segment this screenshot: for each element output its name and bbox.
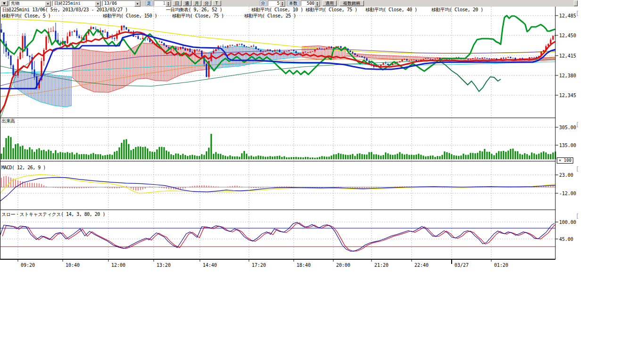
volume-bar xyxy=(491,154,493,159)
legend-item: 移動平均( Close, 5 ) xyxy=(1,13,50,19)
volume-bar xyxy=(425,156,427,159)
apply-button[interactable]: 適用 xyxy=(322,0,337,6)
volume-bar xyxy=(340,154,342,159)
volume-bar xyxy=(286,157,288,159)
volume-bar xyxy=(404,155,405,159)
candle xyxy=(246,46,248,47)
volume-bar xyxy=(46,151,47,159)
volume-bar xyxy=(435,157,436,159)
candle xyxy=(512,58,514,58)
stochastics-pane xyxy=(0,222,557,252)
app-window: 日経225mini 13/06( 5分, 2013/03/23 - 2013/0… xyxy=(0,0,644,362)
candle xyxy=(263,51,264,52)
candle xyxy=(258,49,259,50)
volume-bar xyxy=(416,155,417,159)
volume-bar xyxy=(8,136,9,159)
category-value: 先物 xyxy=(11,1,19,6)
candle xyxy=(119,30,120,33)
stoch-pane-label: スロー・ストキャスティクス( 14, 3, 80, 20 ) xyxy=(1,212,105,217)
contract-dropdown[interactable]: 13/06 ▼ xyxy=(102,0,141,6)
minute-stepper[interactable]: 5 ▲▼ xyxy=(268,0,286,6)
volume-bar xyxy=(376,154,377,159)
volume-bar xyxy=(72,152,73,159)
candle xyxy=(399,61,401,62)
bar-type-label: 足 xyxy=(146,0,152,6)
period-weekly-button[interactable]: 週 xyxy=(182,0,191,6)
volume-bar xyxy=(531,152,533,159)
volume-bar xyxy=(239,157,240,159)
macd-pane-label: MACD( 12, 26, 9 ) xyxy=(1,165,46,171)
volume-bar xyxy=(397,154,398,159)
y-axis-label: 12,415 xyxy=(559,53,576,58)
candle xyxy=(293,50,295,51)
candle xyxy=(25,36,26,48)
volume-bar xyxy=(206,151,207,159)
candle xyxy=(479,58,481,59)
bar-count-stepper[interactable]: 500 ▲▼ xyxy=(301,0,321,6)
spinner-arrows-icon[interactable]: ▲▼ xyxy=(165,1,171,7)
candle xyxy=(46,37,47,50)
candle xyxy=(206,64,207,77)
candle xyxy=(135,36,137,37)
candle xyxy=(475,58,476,58)
symbol-value: 日経225mini xyxy=(54,1,81,6)
toolbar-grip[interactable] xyxy=(574,0,578,6)
volume-bar xyxy=(439,156,441,159)
period-monthly-button[interactable]: 月 xyxy=(192,0,201,6)
spinner-arrows-icon[interactable]: ▲▼ xyxy=(280,1,285,7)
bar-type-stepper[interactable]: 1 ▲▼ xyxy=(154,0,172,6)
candle xyxy=(411,60,413,60)
volume-bar xyxy=(510,149,512,159)
candle xyxy=(3,33,5,44)
candle xyxy=(190,49,191,52)
volume-bar xyxy=(232,156,233,159)
multi-symbol-button[interactable]: 複数銘柄 xyxy=(339,0,364,6)
chevron-down-icon[interactable]: ▼ xyxy=(134,1,140,7)
symbol-dropdown[interactable]: 日経225mini ▼ xyxy=(52,0,101,6)
candle xyxy=(164,43,165,45)
chart-area[interactable]: 日経225mini 13/06( 5分, 2013/03/23 - 2013/0… xyxy=(0,0,644,362)
x-axis-label: 14:40 xyxy=(203,263,217,268)
volume-bar xyxy=(180,155,182,159)
candle xyxy=(501,58,502,59)
candle xyxy=(124,26,125,28)
legend-item: 移動平均( Close, 75 ) xyxy=(172,13,224,19)
volume-bar xyxy=(128,144,130,159)
volume-bar xyxy=(83,154,85,159)
candle xyxy=(529,57,530,58)
candle xyxy=(55,31,57,40)
period-daily-button[interactable]: 日 xyxy=(173,0,182,6)
volume-bar xyxy=(364,155,365,159)
chevron-down-icon[interactable]: ▼ xyxy=(95,1,101,7)
candle xyxy=(307,52,309,53)
volume-bar xyxy=(13,148,14,159)
candle xyxy=(220,46,222,47)
volume-bar xyxy=(194,155,196,159)
toolbar: ▼ 先物 ▼ 日経225mini ▼ 13/06 ▼ 足 1 ▲▼ 日 週 月 … xyxy=(0,0,578,7)
chevron-down-icon[interactable]: ▼ xyxy=(45,1,51,7)
y-axis-label: 12,345 xyxy=(559,93,576,98)
candle xyxy=(112,38,113,38)
volume-bar xyxy=(388,153,389,159)
volume-bar xyxy=(27,149,28,159)
candle xyxy=(225,47,226,47)
period-minute-button[interactable]: 分 xyxy=(202,0,211,6)
y-axis-label: 135.00 xyxy=(559,143,576,148)
candle xyxy=(413,60,415,60)
category-dropdown[interactable]: 先物 ▼ xyxy=(9,0,51,6)
candle xyxy=(213,51,215,53)
candle xyxy=(69,32,71,36)
volume-bar xyxy=(293,157,295,159)
volume-bar xyxy=(399,152,401,159)
candle xyxy=(543,50,545,51)
volume-bar xyxy=(324,156,325,159)
volume-bar xyxy=(468,155,469,159)
spinner-arrows-icon[interactable]: ▲▼ xyxy=(314,1,320,7)
chart-menu-dropdown-button[interactable]: ▼ xyxy=(0,0,8,6)
volume-bar xyxy=(152,152,153,159)
y-axis-label: 45.00 xyxy=(559,237,573,242)
volume-bar xyxy=(428,156,429,159)
candle xyxy=(286,51,288,52)
y-axis-label: -12.00 xyxy=(559,191,576,196)
period-tick-button[interactable]: T xyxy=(212,0,221,6)
